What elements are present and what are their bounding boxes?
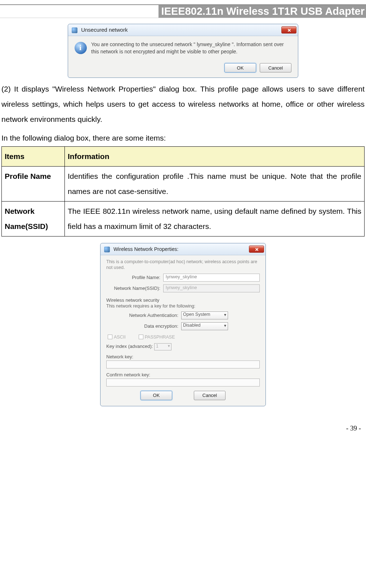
networkkey-label: Network key:	[106, 354, 260, 359]
auth-select[interactable]: Open System	[181, 311, 228, 319]
profile-name-input[interactable]: lynwey_skyline	[163, 274, 260, 282]
dialog2-figure: Wireless Network Properties: This is a c…	[0, 243, 366, 406]
dialog2-titlebar: Wireless Network Properties:	[101, 243, 265, 255]
encryption-label: Data encryption:	[106, 323, 178, 329]
ascii-label: ASCII	[114, 335, 126, 340]
ssid-input: lynwey_skyline	[163, 284, 260, 292]
ssid-label: Network Name(SSID):	[106, 286, 160, 291]
table-row: Network Name(SSID) The IEEE 802.11n wire…	[2, 202, 365, 236]
adhoc-note: This is a computer-to-computer(ad hoc) n…	[106, 259, 260, 271]
app-icon	[72, 27, 77, 33]
page-number: - 39 -	[0, 424, 361, 432]
confirmkey-input	[106, 379, 260, 386]
auth-label: Network Authentication:	[106, 313, 178, 318]
cell-item: Network Name(SSID)	[2, 202, 65, 236]
checkbox-icon	[139, 335, 143, 339]
checkbox-icon	[108, 335, 112, 339]
encryption-select[interactable]: Disabled	[181, 322, 228, 330]
dialog1-titlebar: Unsecured network	[68, 24, 298, 36]
info-icon	[75, 42, 87, 54]
page-header: IEEE802.11n Wireless 1T1R USB Adapter	[0, 4, 366, 18]
passphrase-label: PASSPHRASE	[145, 335, 175, 340]
security-header: Wireless network security	[106, 297, 260, 303]
cancel-button[interactable]: Cancel	[194, 391, 226, 400]
dialog1-figure: Unsecured network You are connecting to …	[0, 24, 366, 78]
cell-item: Profile Name	[2, 167, 65, 202]
dialog2-title: Wireless Network Properties:	[113, 246, 179, 252]
dialog1-message: You are connecting to the unsecured netw…	[91, 41, 291, 55]
th-items: Items	[2, 147, 65, 167]
confirmkey-label: Confirm network key:	[106, 372, 260, 377]
page-header-title: IEEE802.11n Wireless 1T1R USB Adapter	[159, 5, 366, 18]
profile-name-label: Profile Name:	[106, 275, 160, 280]
dialog1-title: Unsecured network	[81, 27, 128, 33]
table-row: Profile Name Identifies the configuratio…	[2, 167, 365, 202]
app-icon	[104, 247, 110, 252]
security-note: This network requires a key for the foll…	[106, 304, 260, 309]
keyindex-select: 1	[154, 343, 171, 350]
cell-info: The IEEE 802.11n wireless network name, …	[65, 202, 365, 236]
th-information: Information	[65, 147, 365, 167]
cancel-button[interactable]: Cancel	[260, 63, 291, 72]
paragraph-2: In the following dialog box, there are s…	[1, 131, 365, 146]
networkkey-input	[106, 361, 260, 368]
ascii-checkbox: ASCII	[108, 335, 126, 340]
paragraph-1: (2) It displays "Wireless Network Proper…	[1, 81, 365, 127]
ok-button[interactable]: OK	[224, 63, 256, 72]
cell-info: Identifies the configuration profile .Th…	[65, 167, 365, 202]
ok-button[interactable]: OK	[140, 391, 172, 400]
passphrase-checkbox: PASSPHRASE	[139, 335, 175, 340]
close-icon[interactable]	[281, 26, 296, 34]
keyindex-label: Key index (advanced): 1	[106, 343, 260, 350]
items-table: Items Information Profile Name Identifie…	[1, 146, 365, 236]
close-icon[interactable]	[249, 246, 264, 253]
